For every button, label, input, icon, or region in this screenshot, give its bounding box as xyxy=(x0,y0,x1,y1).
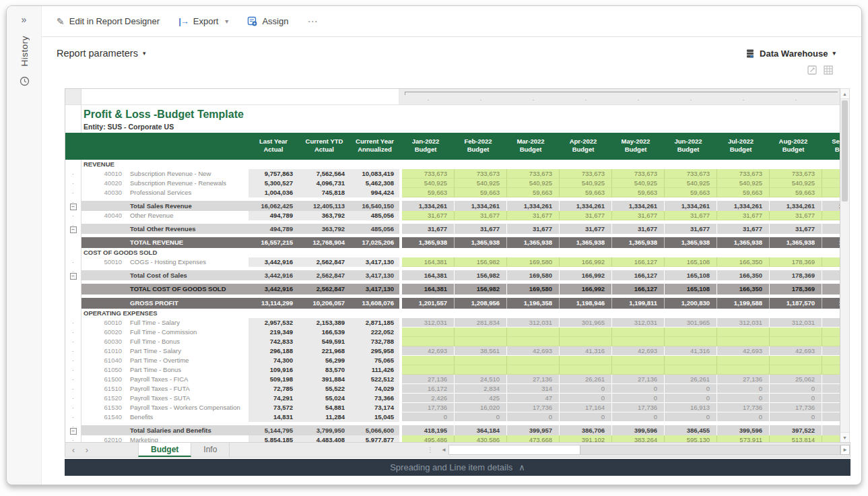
data-warehouse-dropdown[interactable]: Data Warehouse ▾ xyxy=(745,49,836,59)
budget-input-cell[interactable] xyxy=(507,365,560,375)
budget-input-cell[interactable]: 540,925 xyxy=(717,179,770,188)
budget-input-cell[interactable]: 59,663 xyxy=(665,188,717,197)
budget-input-cell[interactable] xyxy=(507,328,560,337)
scrollbar-grip-icon[interactable]: ⋮ xyxy=(427,446,434,454)
budget-input-cell[interactable] xyxy=(717,365,770,375)
budget-input-cell[interactable]: 166,127 xyxy=(612,257,665,267)
tab-info[interactable]: Info xyxy=(191,443,230,457)
budget-input-cell[interactable] xyxy=(822,356,840,365)
budget-input-cell[interactable] xyxy=(717,328,770,337)
budget-input-cell[interactable] xyxy=(665,337,717,346)
budget-input-cell[interactable] xyxy=(455,365,507,375)
collapse-group-button[interactable]: − xyxy=(70,273,77,280)
grid-icon[interactable] xyxy=(824,65,833,75)
budget-input-cell[interactable] xyxy=(770,365,822,375)
budget-input-cell[interactable] xyxy=(402,337,455,346)
budget-input-cell[interactable] xyxy=(612,356,665,365)
budget-input-cell[interactable]: 59,663 xyxy=(455,188,507,197)
budget-input-cell[interactable]: 513,814 xyxy=(770,435,822,442)
budget-input-cell[interactable]: 391,102 xyxy=(560,435,612,442)
collapse-group-button[interactable]: − xyxy=(70,226,77,233)
budget-input-cell[interactable]: 169,580 xyxy=(507,257,560,267)
budget-input-cell[interactable]: 31,677 xyxy=(717,211,770,220)
budget-input-cell[interactable]: 540,925 xyxy=(507,179,560,188)
budget-input-cell[interactable] xyxy=(717,337,770,346)
budget-input-cell[interactable]: 540,925 xyxy=(455,179,507,188)
budget-input-cell[interactable] xyxy=(822,365,840,375)
sidebar-expand-icon[interactable]: » xyxy=(7,14,41,25)
budget-input-cell[interactable]: 178,369 xyxy=(822,257,840,267)
budget-input-cell[interactable] xyxy=(402,356,455,365)
budget-input-cell[interactable] xyxy=(822,328,840,337)
budget-input-cell[interactable]: 733,673 xyxy=(770,169,822,179)
budget-input-cell[interactable] xyxy=(455,356,507,365)
budget-input-cell[interactable]: 178,369 xyxy=(770,257,822,267)
horizontal-scroll-thumb[interactable] xyxy=(449,445,580,454)
budget-input-cell[interactable]: 733,673 xyxy=(665,169,717,179)
budget-input-cell[interactable] xyxy=(560,365,612,375)
budget-input-cell[interactable] xyxy=(612,337,665,346)
budget-input-cell[interactable] xyxy=(665,356,717,365)
horizontal-scroll-track[interactable] xyxy=(448,445,840,455)
budget-input-cell[interactable]: 59,663 xyxy=(402,188,455,197)
next-sheet-button[interactable]: › xyxy=(86,445,88,455)
budget-input-cell[interactable]: 31,677 xyxy=(507,211,560,220)
budget-input-cell[interactable] xyxy=(560,337,612,346)
budget-input-cell[interactable]: 59,663 xyxy=(612,188,665,197)
edit-in-report-designer-button[interactable]: ✎ Edit in Report Designer xyxy=(57,16,160,27)
budget-input-cell[interactable] xyxy=(717,356,770,365)
budget-input-cell[interactable] xyxy=(612,328,665,337)
budget-input-cell[interactable] xyxy=(822,337,840,346)
horizontal-scrollbar[interactable]: ⋮ ◄ ► xyxy=(427,443,850,457)
tab-budget[interactable]: Budget xyxy=(138,443,191,457)
assign-button[interactable]: Assign xyxy=(247,16,288,26)
budget-input-cell[interactable] xyxy=(560,356,612,365)
report-parameters-dropdown[interactable]: Report parameters ▾ xyxy=(57,48,145,59)
budget-input-cell[interactable] xyxy=(665,328,717,337)
budget-input-cell[interactable]: 59,663 xyxy=(560,188,612,197)
prev-sheet-button[interactable]: ‹ xyxy=(72,445,75,455)
scroll-down-button[interactable]: ▼ xyxy=(840,432,849,442)
budget-input-cell[interactable]: 540,925 xyxy=(822,179,840,188)
scroll-right-button[interactable]: ► xyxy=(840,445,850,455)
budget-input-cell[interactable]: 733,673 xyxy=(717,169,770,179)
budget-input-cell[interactable]: 59,663 xyxy=(770,188,822,197)
collapse-group-button[interactable]: − xyxy=(70,428,77,435)
budget-input-cell[interactable]: 31,677 xyxy=(665,211,717,220)
budget-input-cell[interactable] xyxy=(455,328,507,337)
edit-grid-icon[interactable] xyxy=(807,65,817,75)
budget-input-cell[interactable]: 733,673 xyxy=(455,169,507,179)
budget-input-cell[interactable]: 513,814 xyxy=(822,435,840,442)
budget-input-cell[interactable] xyxy=(507,337,560,346)
budget-input-cell[interactable]: 31,677 xyxy=(402,211,455,220)
budget-input-cell[interactable]: 495,486 xyxy=(402,435,455,442)
spreading-panel-toggle[interactable]: Spreading and Line item details ∧ xyxy=(65,459,850,476)
budget-input-cell[interactable]: 31,677 xyxy=(822,211,840,220)
budget-input-cell[interactable] xyxy=(770,337,822,346)
budget-input-cell[interactable] xyxy=(402,365,455,375)
budget-input-cell[interactable]: 31,677 xyxy=(612,211,665,220)
budget-input-cell[interactable] xyxy=(560,328,612,337)
scroll-up-button[interactable]: ▲ xyxy=(840,89,849,99)
export-button[interactable]: |→ Export ▾ xyxy=(178,16,228,26)
budget-input-cell[interactable]: 156,982 xyxy=(455,257,507,267)
budget-input-cell[interactable]: 540,925 xyxy=(612,179,665,188)
budget-input-cell[interactable]: 31,677 xyxy=(770,211,822,220)
budget-input-cell[interactable]: 430,586 xyxy=(455,435,507,442)
budget-input-cell[interactable]: 733,673 xyxy=(822,169,840,179)
more-options-button[interactable]: ⋯ xyxy=(307,16,318,28)
budget-input-cell[interactable]: 540,925 xyxy=(560,179,612,188)
budget-input-cell[interactable]: 733,673 xyxy=(560,169,612,179)
budget-input-cell[interactable]: 59,663 xyxy=(822,188,840,197)
budget-input-cell[interactable] xyxy=(770,356,822,365)
budget-input-cell[interactable]: 540,925 xyxy=(665,179,717,188)
budget-input-cell[interactable] xyxy=(507,356,560,365)
budget-input-cell[interactable]: 473,668 xyxy=(507,435,560,442)
budget-input-cell[interactable]: 540,925 xyxy=(770,179,822,188)
budget-input-cell[interactable]: 166,350 xyxy=(717,257,770,267)
budget-input-cell[interactable]: 166,992 xyxy=(560,257,612,267)
budget-input-cell[interactable] xyxy=(455,337,507,346)
budget-input-cell[interactable]: 164,381 xyxy=(402,257,455,267)
budget-input-cell[interactable]: 733,673 xyxy=(507,169,560,179)
budget-input-cell[interactable]: 733,673 xyxy=(402,169,455,179)
